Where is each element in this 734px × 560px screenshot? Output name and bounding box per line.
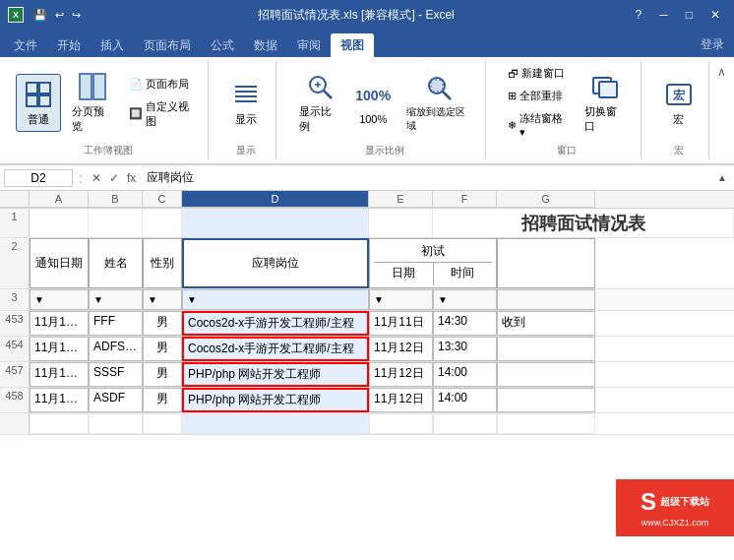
cell-c453[interactable]: 男 <box>143 311 182 336</box>
tab-formulas[interactable]: 公式 <box>201 33 244 57</box>
cell-g2[interactable] <box>497 238 595 288</box>
maximize-button[interactable]: □ <box>680 6 699 24</box>
cell-c2[interactable]: 性别 <box>143 238 182 288</box>
cell-ef2-merged[interactable]: 初试 日期 时间 <box>369 238 497 288</box>
cancel-formula-button[interactable]: ✕ <box>89 170 104 186</box>
cell-b1[interactable] <box>89 209 143 237</box>
cell-b3[interactable]: ▼ <box>89 289 143 310</box>
cell-b2[interactable]: 姓名 <box>89 238 143 288</box>
redo-button[interactable]: ↪ <box>70 7 83 24</box>
cell-g457[interactable] <box>497 362 595 387</box>
col-header-c[interactable]: C <box>143 191 182 208</box>
col-header-e[interactable]: E <box>369 191 433 208</box>
cell-d453[interactable]: Cocos2d-x手游开发工程师/主程 <box>182 311 369 336</box>
cell-d454[interactable]: Cocos2d-x手游开发工程师/主程 <box>182 337 369 361</box>
cell-b458[interactable]: ASDF <box>89 388 143 412</box>
cell-g453[interactable]: 收到 <box>497 311 595 336</box>
switch-window-button[interactable]: 切换窗口 <box>578 66 633 139</box>
cell-g454[interactable] <box>497 337 595 361</box>
custom-view-button[interactable]: 🔲 自定义视图 <box>123 96 200 132</box>
cell-f458[interactable]: 14:00 <box>433 388 497 412</box>
cell-b454[interactable]: ADFSADF <box>89 337 143 361</box>
col-header-a[interactable]: A <box>30 191 89 208</box>
col-header-b[interactable]: B <box>89 191 143 208</box>
cell-reference-box[interactable]: D2 <box>4 169 73 187</box>
cell-a458[interactable]: 11月10日 <box>30 388 89 412</box>
tab-file[interactable]: 文件 <box>4 33 47 57</box>
cell-c457[interactable]: 男 <box>143 362 182 387</box>
tab-home[interactable]: 开始 <box>47 33 91 57</box>
confirm-formula-button[interactable]: ✓ <box>106 170 122 186</box>
save-button[interactable]: 💾 <box>31 7 49 24</box>
page-layout-button[interactable]: 📄 页面布局 <box>123 74 200 94</box>
cell-empty-d[interactable] <box>182 413 369 434</box>
cell-g3[interactable] <box>497 289 595 310</box>
cell-e454[interactable]: 11月12日 <box>369 337 433 361</box>
cell-a454[interactable]: 11月10日 <box>30 337 89 361</box>
new-window-button[interactable]: 🗗 新建窗口 <box>502 63 574 84</box>
zoom-selection-button[interactable]: 缩放到选定区域 <box>399 67 477 138</box>
cell-empty-a[interactable] <box>30 413 89 434</box>
macro-button[interactable]: 宏 宏 <box>656 74 702 132</box>
filter-a-arrow[interactable]: ▼ <box>34 294 44 305</box>
minimize-button[interactable]: ─ <box>653 6 674 24</box>
ribbon-collapse-button[interactable]: ∧ <box>717 65 726 79</box>
cell-empty-b[interactable] <box>89 413 143 434</box>
cell-g458[interactable] <box>497 388 595 412</box>
cell-d1[interactable] <box>182 209 369 237</box>
cell-a453[interactable]: 11月10日 <box>30 311 89 336</box>
cell-empty-g[interactable] <box>497 413 595 434</box>
cell-c3[interactable]: ▼ <box>143 289 182 310</box>
col-header-d[interactable]: D <box>182 191 369 208</box>
cell-b457[interactable]: SSSF <box>89 362 143 387</box>
cell-a457[interactable]: 11月10日 <box>30 362 89 387</box>
filter-f-arrow[interactable]: ▼ <box>438 294 448 305</box>
page-break-view-button[interactable]: 分页预览 <box>65 66 119 139</box>
filter-d-arrow[interactable]: ▼ <box>187 294 197 305</box>
tab-insert[interactable]: 插入 <box>91 33 134 57</box>
cell-b453[interactable]: FFF <box>89 311 143 336</box>
cell-f1-merged[interactable]: 招聘面试情况表 <box>433 209 734 237</box>
tab-page-layout[interactable]: 页面布局 <box>134 33 201 57</box>
tab-view[interactable]: 视图 <box>331 33 374 57</box>
cell-d2[interactable]: 应聘岗位 <box>182 238 369 288</box>
show-button[interactable]: 显示 <box>223 74 269 132</box>
cell-e1[interactable] <box>369 209 433 237</box>
filter-e-arrow[interactable]: ▼ <box>374 294 384 305</box>
zoom-button[interactable]: 显示比例 <box>292 66 346 139</box>
col-header-f[interactable]: F <box>433 191 497 208</box>
cell-e453[interactable]: 11月11日 <box>369 311 433 336</box>
help-button[interactable]: ? <box>630 6 648 24</box>
filter-c-arrow[interactable]: ▼ <box>148 294 157 305</box>
cell-e457[interactable]: 11月12日 <box>369 362 433 387</box>
cell-e458[interactable]: 11月12日 <box>369 388 433 412</box>
cell-c454[interactable]: 男 <box>143 337 182 361</box>
arrange-all-button[interactable]: ⊞ 全部重排 <box>502 86 574 106</box>
login-button[interactable]: 登录 <box>691 32 734 57</box>
cell-f3[interactable]: ▼ <box>433 289 497 310</box>
cell-empty-e[interactable] <box>369 413 433 434</box>
cell-d458[interactable]: PHP/php 网站开发工程师 <box>182 388 369 412</box>
formula-input[interactable]: 应聘岗位 <box>143 170 710 186</box>
filter-b-arrow[interactable]: ▼ <box>93 294 103 305</box>
cell-d3[interactable]: ▼ <box>182 289 369 310</box>
cell-d457[interactable]: PHP/php 网站开发工程师 <box>182 362 369 387</box>
cell-f454[interactable]: 13:30 <box>433 337 497 361</box>
tab-data[interactable]: 数据 <box>244 33 287 57</box>
zoom-100-button[interactable]: 100% 100% <box>350 75 396 130</box>
cell-empty-f[interactable] <box>433 413 497 434</box>
cell-a3[interactable]: ▼ <box>30 289 89 310</box>
insert-function-button[interactable]: fx <box>124 170 139 186</box>
formula-expand-button[interactable]: ▲ <box>714 171 730 184</box>
cell-empty-c[interactable] <box>143 413 182 434</box>
tab-review[interactable]: 审阅 <box>287 33 331 57</box>
close-button[interactable]: ✕ <box>704 6 726 24</box>
cell-f453[interactable]: 14:30 <box>433 311 497 336</box>
cell-f457[interactable]: 14:00 <box>433 362 497 387</box>
cell-a2[interactable]: 通知日期 <box>30 238 89 288</box>
cell-a1[interactable] <box>30 209 89 237</box>
normal-view-button[interactable]: 普通 <box>16 74 61 132</box>
col-header-g[interactable]: G <box>497 191 595 208</box>
cell-c1[interactable] <box>143 209 182 237</box>
cell-e3[interactable]: ▼ <box>369 289 433 310</box>
